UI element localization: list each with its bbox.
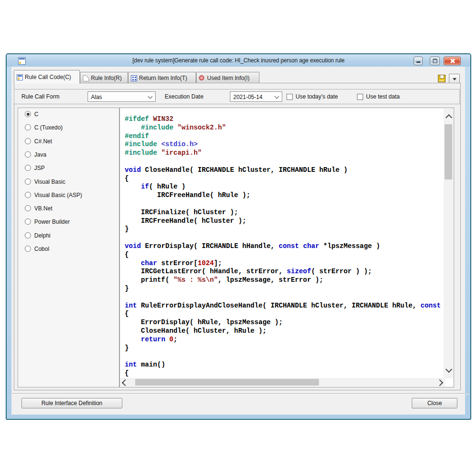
rule-interface-definition-button[interactable]: Rule Interface Definition [21,398,122,408]
radio-button-icon[interactable] [25,232,31,238]
use-test-data-checkbox[interactable] [357,94,363,100]
scroll-left-icon[interactable] [122,379,129,386]
radio-button-icon[interactable] [25,165,31,171]
rule-call-form-value: Alas [91,94,102,100]
radio-button-icon[interactable] [25,205,31,211]
horizontal-scrollbar[interactable] [120,378,445,387]
language-label: Delphi [34,232,50,239]
execution-date-select[interactable]: 2021-05-14 [230,91,282,102]
rule-call-form-label: Rule Call Form [21,93,60,100]
scroll-down-icon[interactable] [446,366,452,373]
save-icon[interactable] [438,75,446,82]
radio-button-icon[interactable] [25,218,31,225]
tab-label: Used Item Info(I) [207,75,249,81]
tab-label: Rule Call Code(C) [25,74,71,80]
language-label: C (Tuxedo) [34,124,63,131]
page-icon [83,75,89,81]
language-label: C [34,111,39,118]
language-label: VB.Net [34,205,52,212]
language-label: Cobol [34,246,49,252]
language-label: Visual Basic (ASP) [34,192,82,198]
language-list: CC (Tuxedo)C#.NetJavaJSPVisual BasicVisu… [18,108,119,387]
tab-return-item-info[interactable]: Return Item Info(T) [128,72,196,84]
code-content: #ifdef WIN32 #include "winsock2.h"#endif… [125,115,441,378]
language-label: Power Builder [34,218,70,225]
grid-icon [131,75,137,81]
language-label: JSP [34,165,45,171]
rule-call-form-select[interactable]: Alas [88,91,156,102]
radio-button-icon[interactable] [25,111,31,117]
vertical-scrollbar[interactable] [444,109,453,378]
horizontal-scroll-thumb[interactable] [135,379,319,386]
tab-rule-call-code[interactable]: Rule Call Code(C) [14,70,80,84]
radio-button-icon[interactable] [25,124,31,130]
language-label: Visual Basic [34,178,65,185]
use-todays-date-label: Use today's date [296,93,338,100]
use-test-data-label: Use test data [366,93,400,100]
title-bar[interactable]: [dev rule system]Generate rule call code… [7,54,470,67]
execution-date-value: 2021-05-14 [233,94,262,100]
radio-button-icon[interactable] [25,151,31,158]
scroll-right-icon[interactable] [436,379,443,386]
tab-used-item-info[interactable]: Used Item Info(I) [196,72,259,84]
language-label: C#.Net [34,138,52,145]
code-tab-icon [17,74,23,80]
tab-label: Rule Info(R) [91,75,122,81]
radio-button-icon[interactable] [25,246,31,252]
radio-button-icon[interactable] [25,192,31,198]
close-window-button[interactable] [444,57,461,65]
language-label: Java [34,151,46,158]
tab-label: Return Item Info(T) [139,75,187,81]
scroll-up-icon[interactable] [446,114,452,121]
close-button[interactable]: Close [412,398,457,408]
window-title: [dev rule system]Generate rule call code… [7,57,470,64]
chevron-down-icon [275,94,279,99]
dropdown-arrow-button[interactable] [449,74,460,84]
tab-rule-info[interactable]: Rule Info(R) [80,72,128,84]
maximize-button[interactable] [430,57,440,65]
code-panel[interactable]: #ifdef WIN32 #include "winsock2.h"#endif… [119,108,454,387]
use-todays-date-checkbox[interactable] [287,94,293,100]
chevron-down-icon [148,94,153,99]
record-icon [199,75,204,80]
vertical-scroll-thumb[interactable] [445,124,452,179]
radio-button-icon[interactable] [25,138,31,144]
screenshot-page: [dev rule system]Generate rule call code… [0,0,476,476]
minimize-button[interactable] [414,57,423,65]
radio-button-icon[interactable] [25,178,31,185]
footer-divider [10,393,469,394]
execution-date-label: Execution Date [165,93,203,100]
